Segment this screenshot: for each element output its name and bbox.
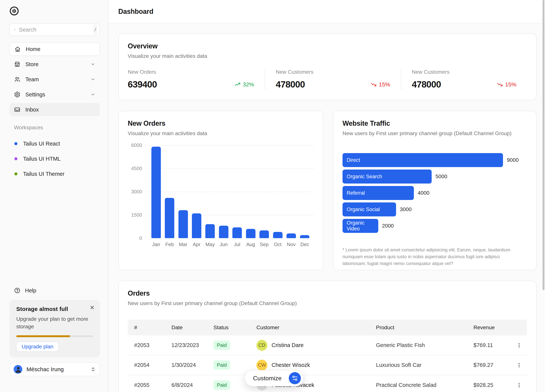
workspaces-list: Tailus UI React Tailus UI HTML Tailus UI… — [9, 137, 100, 182]
table-row[interactable]: #2053 12/23/2023 Paid CD Cristina Dare G… — [128, 336, 527, 355]
order-id: #2055 — [134, 382, 171, 388]
stat-value: 478000 — [412, 79, 441, 90]
workspaces-heading: Workspaces — [14, 125, 100, 131]
sidebar-item-team[interactable]: Team — [9, 73, 100, 86]
storage-progress-bar — [16, 335, 93, 337]
home-icon — [14, 46, 21, 52]
bar-chart: 6000 4500 3000 1500 0 — [128, 145, 314, 238]
inbox-icon — [14, 106, 20, 113]
stat-value: 478000 — [276, 79, 305, 90]
row-menu-icon[interactable] — [516, 343, 523, 348]
stat-label: New Customers — [276, 69, 390, 75]
order-id: #2053 — [134, 342, 171, 348]
customize-button[interactable]: Customize — [245, 370, 303, 386]
main-area: Dashboard Overview Visualize your main a… — [108, 0, 545, 392]
upgrade-plan-button[interactable]: Upgrade plan — [16, 342, 59, 352]
scrollbar-thumb[interactable] — [543, 0, 545, 290]
bar-jun — [219, 226, 229, 238]
product-name: Practical Concrete Salad — [376, 382, 473, 388]
new-orders-subtitle: Visualize your main activities data — [128, 130, 314, 136]
stat-trend: 15% — [497, 81, 516, 88]
app-window: / Home Store Team Settings — [0, 0, 545, 392]
stat-label: New Orders — [128, 69, 254, 75]
new-orders-title: New Orders — [128, 120, 314, 127]
status-badge: Paid — [213, 341, 230, 350]
workspace-dot — [14, 157, 17, 160]
search-shortcut-key: / — [94, 25, 97, 34]
sidebar-item-store[interactable]: Store — [9, 58, 100, 71]
stat-trend: 15% — [371, 81, 390, 88]
stat-trend: 32% — [235, 81, 254, 88]
traffic-footnote: * Lorem ipsum dolor sit amet consectetur… — [342, 247, 520, 267]
order-date: 6/8/2024 — [171, 382, 213, 388]
sidebar-item-label: Home — [26, 46, 40, 52]
chevron-down-icon — [90, 92, 95, 97]
table-row[interactable]: #2054 1/30/2024 Paid CW Chester Wisozk L… — [128, 355, 527, 375]
bar-aug — [246, 229, 255, 238]
traffic-row-organic-social: Organic Social 3000 — [342, 202, 527, 217]
status-badge: Paid — [213, 380, 230, 390]
customer-cell: CW Chester Wisozk — [256, 360, 376, 371]
help-link[interactable]: Help — [9, 284, 100, 297]
search-input[interactable] — [19, 27, 90, 33]
bar-apr — [192, 213, 201, 238]
help-label: Help — [25, 288, 36, 294]
customer-name: Cristina Dare — [272, 342, 303, 348]
sidebar-item-inbox[interactable]: Inbox — [9, 103, 100, 116]
orders-card: Orders New users by First user primary c… — [118, 281, 537, 392]
search-icon — [14, 27, 16, 32]
orders-title: Orders — [128, 289, 527, 297]
status-badge: Paid — [213, 361, 230, 370]
website-traffic-card: Website Traffic New users by First user … — [333, 111, 537, 270]
help-icon — [14, 287, 20, 294]
website-traffic-subtitle: New users by First user primary channel … — [342, 130, 527, 136]
overview-title: Overview — [128, 42, 527, 50]
page-title: Dashboard — [118, 7, 153, 16]
sidebar-item-label: Team — [25, 76, 39, 83]
user-menu[interactable]: Méschac Irung — [9, 362, 100, 376]
workspace-label: Tailus UI HTML — [23, 156, 61, 162]
bar-jul — [232, 227, 242, 238]
workspace-label: Tailus UI Themer — [23, 171, 65, 177]
traffic-row-organic-search: Organic Search 5000 — [342, 169, 527, 184]
content: Overview Visualize your main activities … — [108, 24, 545, 392]
bar-jan — [151, 147, 161, 238]
product-name: Luxurious Soft Car — [376, 362, 473, 368]
horizontal-bar-chart: Direct 9000 Organic Search 5000 Referral… — [342, 153, 527, 233]
product-name: Generic Plastic Fish — [376, 342, 473, 348]
customer-name: Chester Wisozk — [272, 362, 310, 368]
stat-new-orders: New Orders 639400 32% — [128, 69, 265, 90]
chevron-down-icon — [90, 77, 95, 82]
x-axis-labels: Jan Feb Mar Apr May Jun Jul Aug Sep Oct … — [147, 241, 314, 247]
team-icon — [14, 76, 20, 83]
revenue-value: $769.27 — [473, 362, 516, 368]
bar-oct — [273, 232, 283, 238]
workspace-item-tailus-ui-react[interactable]: Tailus UI React — [9, 137, 100, 150]
trending-down-icon — [497, 81, 503, 88]
sidebar-item-label: Settings — [25, 91, 45, 98]
workspace-item-tailus-ui-themer[interactable]: Tailus UI Themer — [9, 167, 100, 181]
row-menu-icon[interactable] — [516, 362, 523, 368]
workspace-dot — [14, 142, 17, 145]
storage-title: Storage almost full — [16, 306, 93, 312]
y-axis-labels: 6000 4500 3000 1500 0 — [128, 145, 142, 238]
sidebar-item-label: Inbox — [25, 107, 39, 113]
workspace-item-tailus-ui-html[interactable]: Tailus UI HTML — [9, 152, 100, 165]
sidebar-item-home[interactable]: Home — [9, 42, 100, 56]
overview-subtitle: Visualize your main activities data — [128, 53, 527, 59]
row-menu-icon[interactable] — [516, 382, 523, 388]
sliders-icon — [289, 372, 301, 384]
sidebar: / Home Store Team Settings — [0, 0, 108, 392]
bars — [147, 145, 314, 238]
trending-down-icon — [371, 81, 377, 88]
table-row[interactable]: #2055 6/8/2024 Paid PK Paulette Kovacek … — [128, 375, 527, 392]
sidebar-item-settings[interactable]: Settings — [9, 88, 100, 101]
bar-mar — [179, 210, 188, 238]
close-icon[interactable] — [89, 305, 95, 310]
chevron-down-icon — [90, 62, 95, 67]
bar-nov — [286, 233, 296, 238]
customer-cell: CD Cristina Dare — [256, 340, 376, 351]
orders-subtitle: New users by First user primary channel … — [128, 300, 527, 306]
order-date: 1/30/2024 — [171, 362, 213, 368]
stat-label: New Customers — [412, 69, 516, 75]
